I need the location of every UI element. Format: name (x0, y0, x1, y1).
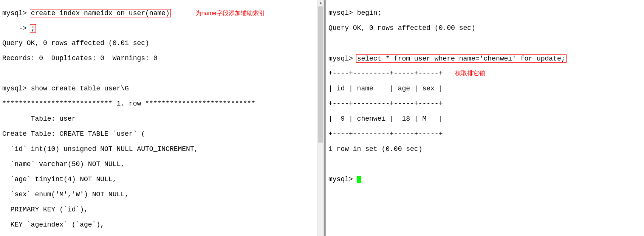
annotation-text: 获取排它锁 (455, 70, 485, 76)
terminal-line: Records: 0 Duplicates: 0 Warnings: 0 (2, 54, 315, 62)
annotation-text: 为name字段添加辅助索引 (195, 10, 265, 16)
highlight-box: create index nameidx on user(name) (30, 9, 171, 17)
terminal-line: Query OK, 0 rows affected (0.01 sec) (2, 39, 315, 47)
scrollbar-arrow-up-icon[interactable]: ▲ (318, 0, 324, 6)
terminal-line: 1 row in set (0.00 sec) (328, 145, 641, 153)
terminal-line (2, 70, 315, 77)
sql-command: show create table user\G (31, 85, 129, 92)
terminal-line: | id | name | age | sex | (328, 85, 641, 92)
scrollbar-thumb[interactable] (318, 6, 323, 143)
terminal-line: mysql> begin; (328, 9, 641, 17)
terminal-line: Table: user (2, 115, 315, 123)
terminal-line (328, 39, 641, 47)
prompt: mysql> (2, 9, 27, 17)
highlight-box: select * from user where name='chenwei' … (356, 54, 567, 63)
continuation-prompt: -> (2, 25, 27, 32)
terminal-line: KEY `ageindex` (`age`), (2, 221, 315, 228)
terminal-line: `name` varchar(50) NOT NULL, (2, 160, 315, 168)
terminal-line: PRIMARY KEY (`id`), (2, 206, 315, 213)
terminal-line: mysql> select * from user where name='ch… (328, 54, 641, 62)
vertical-scrollbar[interactable]: ▲ ▼ (317, 0, 324, 236)
terminal-pane-left[interactable]: mysql> create index nameidx on user(name… (0, 0, 317, 236)
terminal-line: mysql> show create table user\G (2, 85, 315, 92)
prompt: mysql> (328, 55, 353, 62)
prompt: mysql> (2, 85, 27, 92)
terminal-line: -> ; (2, 24, 315, 32)
terminal-line: *************************** 1. row *****… (2, 100, 315, 107)
terminal-line: | 9 | chenwei | 18 | M | (328, 115, 641, 123)
cursor-icon (357, 176, 361, 183)
sql-command: ; (31, 25, 35, 32)
terminal-line: Create Table: CREATE TABLE `user` ( (2, 130, 315, 138)
sql-command: select * from user where name='chenwei' … (357, 55, 565, 62)
prompt: mysql> (328, 9, 353, 17)
terminal-line: +----+---------+-----+-----+ (328, 100, 641, 107)
terminal-line: `sex` enum('M','W') NOT NULL, (2, 191, 315, 198)
sql-command: create index nameidx on user(name) (31, 9, 170, 17)
prompt: mysql> (328, 175, 353, 183)
table-separator: +----+---------+-----+-----+ (328, 70, 443, 77)
terminal-pane-right[interactable]: mysql> begin; Query OK, 0 rows affected … (326, 0, 644, 236)
terminal-line: mysql> create index nameidx on user(name… (2, 9, 315, 17)
terminal-line (328, 160, 641, 168)
terminal-line: mysql> (328, 175, 641, 183)
terminal-split-container: mysql> create index nameidx on user(name… (0, 0, 644, 236)
terminal-line: +----+---------+-----+-----+ (328, 130, 641, 138)
terminal-line: `id` int(10) unsigned NOT NULL AUTO_INCR… (2, 145, 315, 153)
terminal-line: Query OK, 0 rows affected (0.00 sec) (328, 24, 641, 32)
terminal-line: `age` tinyint(4) NOT NULL, (2, 175, 315, 183)
highlight-box: ; (30, 24, 36, 33)
terminal-line: +----+---------+-----+-----+ 获取排它锁 (328, 70, 641, 77)
sql-command: begin; (357, 9, 382, 17)
